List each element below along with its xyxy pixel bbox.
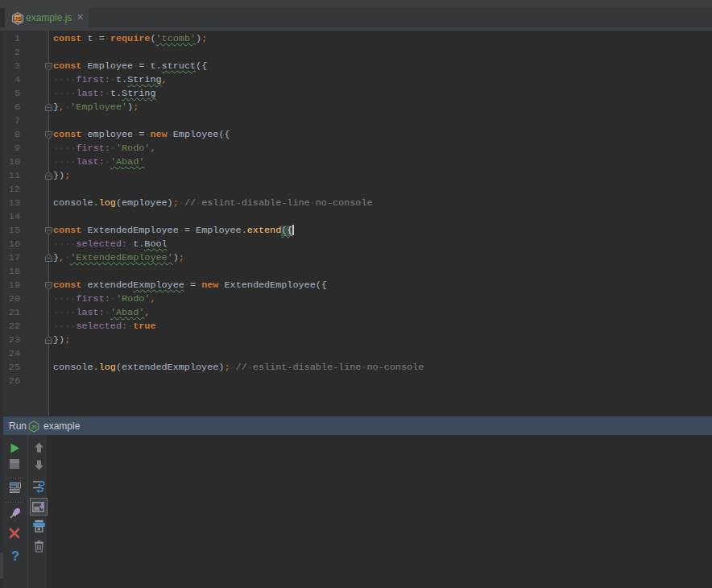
svg-text:JS: JS	[31, 424, 36, 429]
svg-text:JS: JS	[14, 16, 22, 22]
